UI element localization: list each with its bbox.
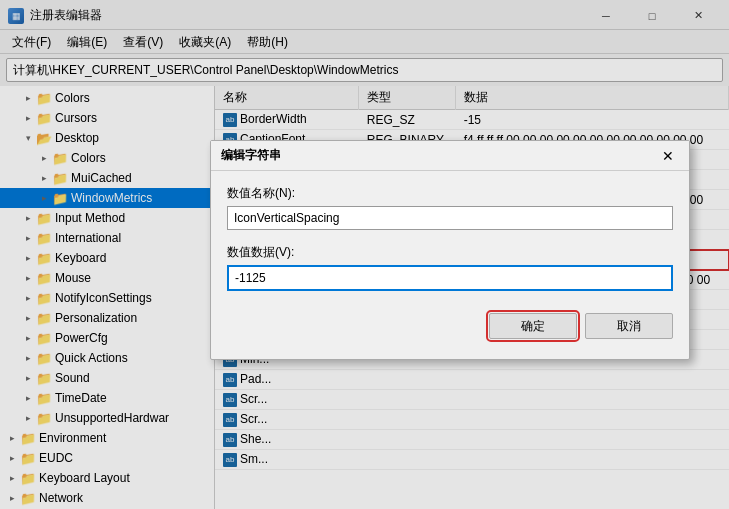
modal-title: 编辑字符串	[221, 147, 281, 164]
modal-dialog: 编辑字符串 ✕ 数值名称(N): IconVerticalSpacing 数值数…	[210, 140, 690, 360]
value-name-field: IconVerticalSpacing	[227, 206, 673, 230]
modal-footer: 确定 取消	[211, 305, 689, 353]
modal-close-button[interactable]: ✕	[657, 145, 679, 167]
modal-title-bar: 编辑字符串 ✕	[211, 141, 689, 171]
ok-button[interactable]: 确定	[489, 313, 577, 339]
value-data-label: 数值数据(V):	[227, 244, 673, 261]
modal-body: 数值名称(N): IconVerticalSpacing 数值数据(V):	[211, 171, 689, 305]
value-name-label: 数值名称(N):	[227, 185, 673, 202]
value-data-wrapper	[227, 265, 673, 291]
value-data-input[interactable]	[227, 265, 673, 291]
cancel-button[interactable]: 取消	[585, 313, 673, 339]
modal-overlay: 编辑字符串 ✕ 数值名称(N): IconVerticalSpacing 数值数…	[0, 0, 729, 509]
